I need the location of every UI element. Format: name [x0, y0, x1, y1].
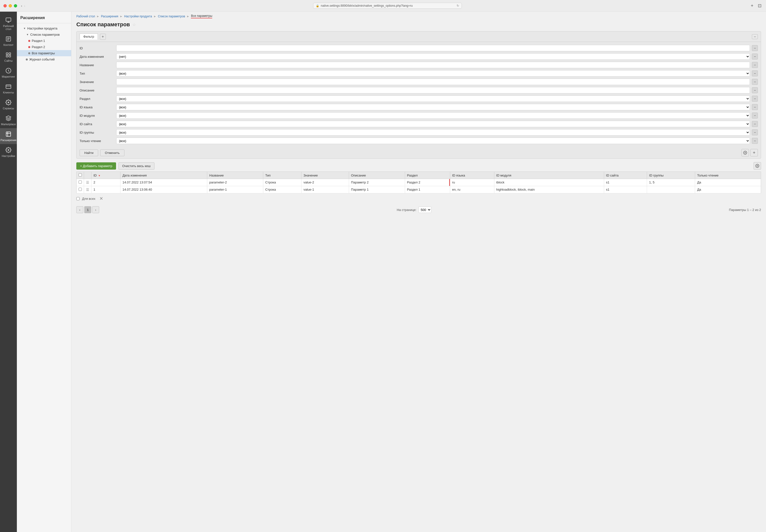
sidebar-item-extensions[interactable]: Расширения	[0, 128, 17, 144]
th-module-id[interactable]: ID модуля	[494, 172, 604, 179]
nav-item-section2[interactable]: Раздел 2	[17, 44, 71, 50]
filter-remove-section[interactable]: −	[752, 96, 758, 102]
th-group-id[interactable]: ID группы	[647, 172, 695, 179]
filter-select-section[interactable]: (все)	[116, 95, 750, 102]
add-parameter-button[interactable]: + Добавить параметр	[76, 162, 116, 170]
row-checkbox[interactable]	[79, 188, 82, 191]
filter-select-date[interactable]: (нет)	[116, 53, 750, 60]
filter-select-group[interactable]: (все)	[116, 129, 750, 136]
filter-select-site[interactable]: (все)	[116, 121, 750, 127]
window-nav-back[interactable]: ‹	[21, 4, 22, 8]
filter-cancel-button[interactable]: Отменить	[100, 149, 124, 156]
filter-select-readonly[interactable]: (все)	[116, 138, 750, 144]
breadcrumb-link-desktop[interactable]: Рабочий стол	[76, 15, 95, 18]
nav-item-section1[interactable]: Раздел 1	[17, 38, 71, 44]
left-nav: Расширения ▼ Настройки продукта ▼ Список…	[17, 12, 71, 532]
filter-select-module[interactable]: (все)	[116, 112, 750, 119]
th-type[interactable]: Тип	[263, 172, 301, 179]
th-id[interactable]: ID ▼	[91, 172, 120, 179]
new-tab-button[interactable]: +	[750, 2, 754, 9]
select-all-checkbox[interactable]	[79, 173, 82, 177]
close-button[interactable]	[3, 4, 7, 7]
page-prev-button[interactable]: ‹	[76, 206, 83, 213]
extensions-icon	[5, 131, 12, 138]
filter-remove-readonly[interactable]: −	[752, 138, 758, 144]
sidebar-label-settings: Настройки	[2, 154, 15, 157]
filter-select-lang[interactable]: (все)	[116, 104, 750, 110]
clear-cache-button[interactable]: Очистить весь кеш	[118, 162, 154, 170]
nav-item-event-log[interactable]: Журнал событий	[17, 56, 71, 62]
sidebar-label-content: Контент	[3, 43, 14, 46]
filter-settings-button[interactable]	[741, 149, 749, 156]
td-id: 2	[91, 179, 120, 186]
th-lang-id[interactable]: ID языка	[450, 172, 494, 179]
filter-remove-description[interactable]: −	[752, 87, 758, 93]
filter-row-type: Тип (все) −	[77, 69, 761, 78]
filter-select-type[interactable]: (все)	[116, 70, 750, 77]
refresh-icon[interactable]: ↻	[457, 4, 459, 7]
sidebar-item-marketplace[interactable]: Marketplace	[0, 112, 17, 128]
th-section[interactable]: Раздел	[405, 172, 450, 179]
th-date-change[interactable]: Дата изменения	[120, 172, 207, 179]
th-readonly[interactable]: Только чтение	[695, 172, 761, 179]
sidebar-item-marketing[interactable]: Маркетинг	[0, 65, 17, 81]
sidebar-item-clients[interactable]: Клиенты	[0, 81, 17, 96]
window-nav-forward[interactable]: ›	[24, 4, 25, 8]
minimize-button[interactable]	[9, 4, 12, 7]
row-drag-icon[interactable]: ☰	[86, 180, 89, 184]
page-next-button[interactable]: ›	[92, 206, 99, 213]
filter-remove-value[interactable]: −	[752, 79, 758, 85]
td-name: parameter-1	[207, 186, 263, 193]
filter-add-button[interactable]: +	[100, 34, 106, 40]
th-value[interactable]: Значение	[301, 172, 349, 179]
sidebar-item-settings[interactable]: Настройки	[0, 144, 17, 160]
sidebar-item-sites[interactable]: Сайты	[0, 49, 17, 65]
filter-row-site: ID сайта (все) −	[77, 120, 761, 128]
filter-remove-lang[interactable]: −	[752, 104, 758, 110]
row-drag-icon[interactable]: ☰	[86, 188, 89, 192]
filter-input-id[interactable]	[116, 45, 750, 51]
page-1-button[interactable]: 1	[84, 206, 91, 213]
filter-tab[interactable]: Фильтр	[80, 33, 98, 40]
sidebar-item-desktop[interactable]: Рабочий стол	[0, 14, 17, 33]
filter-find-button[interactable]: Найти	[80, 149, 98, 156]
filter-input-description[interactable]	[116, 87, 750, 93]
sidebar-item-content[interactable]: Контент	[0, 33, 17, 49]
bulk-delete-button[interactable]: ✕	[98, 195, 105, 202]
address-bar[interactable]: 🔒 native.settings:8890/bitrix/admin/nati…	[313, 3, 462, 9]
bulk-actions-row: Для всех ✕	[71, 193, 766, 204]
th-name[interactable]: Название	[207, 172, 263, 179]
filter-remove-site[interactable]: −	[752, 121, 758, 127]
row-checkbox[interactable]	[79, 180, 82, 184]
td-value: value-2	[301, 179, 349, 186]
nav-item-product-settings[interactable]: ▼ Настройки продукта	[17, 25, 71, 31]
filter-remove-module[interactable]: −	[752, 113, 758, 118]
breadcrumb-link-product-settings[interactable]: Настройки продукта	[124, 15, 152, 18]
filter-input-value[interactable]	[116, 79, 750, 85]
per-page-select[interactable]: 500 100 50	[418, 207, 431, 213]
maximize-button[interactable]	[14, 4, 17, 7]
breadcrumb-link-param-list[interactable]: Список параметров	[158, 15, 185, 18]
table-settings-button[interactable]	[754, 162, 761, 170]
filter-input-name[interactable]	[116, 62, 750, 68]
th-site-id[interactable]: ID сайта	[604, 172, 647, 179]
new-window-button[interactable]: ⊡	[757, 2, 763, 9]
filter-remove-name[interactable]: −	[752, 62, 758, 68]
sidebar-item-services[interactable]: Сервисы	[0, 96, 17, 112]
bulk-checkbox[interactable]	[76, 197, 80, 200]
svg-rect-9	[6, 55, 8, 57]
filter-remove-id[interactable]: −	[752, 45, 758, 51]
td-readonly: Да	[695, 179, 761, 186]
filter-remove-date[interactable]: −	[752, 54, 758, 59]
th-description[interactable]: Описание	[349, 172, 405, 179]
th-actions	[84, 172, 91, 179]
nav-item-param-list[interactable]: ▼ Список параметров	[17, 31, 71, 38]
favorite-star-icon[interactable]: ☆	[132, 22, 136, 27]
filter-plus-button[interactable]: +	[750, 149, 758, 156]
breadcrumb-current: Все параметры	[191, 14, 212, 18]
filter-remove-type[interactable]: −	[752, 70, 758, 76]
nav-item-all-params[interactable]: Все параметры	[17, 50, 71, 56]
filter-minimize-button[interactable]: −	[752, 34, 758, 39]
breadcrumb-link-extensions[interactable]: Расширения	[101, 15, 118, 18]
filter-remove-group[interactable]: −	[752, 129, 758, 135]
